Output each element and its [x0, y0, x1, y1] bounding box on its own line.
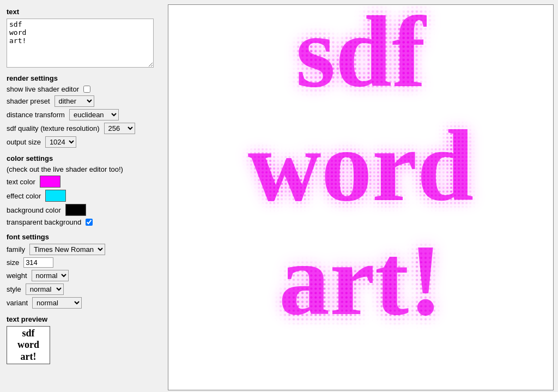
sdf-text: sdf [296, 5, 427, 108]
show-live-shader-label: show live shader editor [7, 85, 79, 93]
sdf-quality-label: sdf quality (texture resolution) [7, 124, 100, 132]
output-size-label: output size [7, 138, 41, 146]
render-settings-title: render settings [7, 74, 157, 82]
color-settings-hint: (check out the live shader editor too!) [7, 165, 123, 173]
text-section-title: text [7, 8, 157, 16]
font-variant-select[interactable]: normal small-caps [32, 297, 82, 309]
font-weight-select[interactable]: normal bold 100200300 400500600 70080090… [32, 270, 69, 281]
word-text: word [248, 110, 474, 222]
distance-transform-label: distance transform [7, 111, 65, 119]
effect-color-swatch[interactable] [45, 190, 66, 202]
text-preview-box: sdfwordart! [7, 326, 50, 364]
sidebar: text sdf word art! render settings show … [0, 0, 163, 392]
effect-color-label: effect color [7, 192, 41, 200]
font-family-select[interactable]: Times New Roman Arial Georgia Courier Ne… [29, 244, 105, 255]
font-style-label: style [7, 285, 21, 293]
text-input[interactable]: sdf word art! [7, 19, 154, 68]
art-text: art! [279, 224, 442, 336]
color-settings-title: color settings [7, 154, 157, 162]
text-color-label: text color [7, 178, 35, 186]
text-color-swatch[interactable] [40, 176, 60, 188]
output-size-select[interactable]: 512 1024 2048 [45, 136, 76, 148]
font-weight-label: weight [7, 272, 27, 280]
render-canvas: sdf word art! sdf sdf [168, 5, 553, 390]
font-style-select[interactable]: normal italic oblique [26, 284, 64, 295]
transparent-bg-label: transparent background [7, 218, 81, 226]
shader-preset-label: shader preset [7, 97, 50, 105]
transparent-bg-checkbox[interactable] [86, 219, 93, 226]
font-variant-label: variant [7, 299, 28, 307]
background-color-label: background color [7, 206, 61, 214]
font-size-input[interactable] [23, 257, 53, 268]
font-family-label: family [7, 245, 25, 254]
show-live-shader-checkbox[interactable] [83, 86, 90, 93]
sdf-quality-select[interactable]: 128 256 512 1024 [104, 123, 135, 134]
distance-transform-select[interactable]: euclidean manhattan chebyshev [69, 109, 119, 120]
font-size-label: size [7, 258, 19, 267]
text-preview-title: text preview [7, 315, 157, 323]
font-settings-title: font settings [7, 233, 157, 241]
canvas-area: sdf word art! sdf sdf [168, 4, 554, 390]
background-color-swatch[interactable] [65, 204, 86, 216]
shader-preset-select[interactable]: dither basic outline glow shadow [54, 95, 94, 107]
